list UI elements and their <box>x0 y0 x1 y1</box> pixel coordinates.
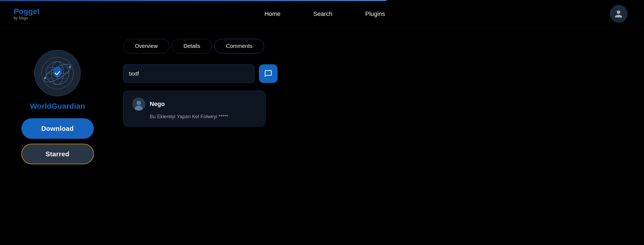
nav-search[interactable]: Search <box>313 10 333 18</box>
svg-point-8 <box>44 77 46 79</box>
commenter-name: Nego <box>150 100 165 108</box>
avatar-icon <box>132 97 145 111</box>
starred-button[interactable]: Starred <box>21 144 94 164</box>
chat-icon <box>264 70 272 78</box>
right-content: Overview Details Comments <box>101 39 644 164</box>
tabs-area: Overview Details Comments <box>123 39 628 53</box>
download-button[interactable]: Download <box>21 118 94 139</box>
tab-overview[interactable]: Overview <box>123 39 169 53</box>
comment-input-area <box>123 64 628 83</box>
logo-area: Pogget by Nego <box>14 7 40 20</box>
comment-header: Nego <box>132 97 256 111</box>
user-avatar-button[interactable] <box>610 5 628 23</box>
tab-details[interactable]: Details <box>172 39 212 53</box>
left-sidebar: WorldGuardian Download Starred <box>14 39 101 164</box>
svg-point-7 <box>69 66 71 68</box>
comment-send-button[interactable] <box>259 64 278 83</box>
comment-card: Nego Bu Eklentiyi Yapan Kel Folweyi ****… <box>123 91 265 126</box>
header: Pogget by Nego Home Search Plugins <box>0 0 644 28</box>
comment-input[interactable] <box>123 64 255 83</box>
svg-point-10 <box>137 101 141 105</box>
plugin-icon-circle <box>34 50 81 96</box>
progress-bar <box>0 0 386 1</box>
app-title: Pogget <box>14 7 40 16</box>
nav-links: Home Search Plugins <box>264 10 385 18</box>
app-subtitle: by Nego <box>14 16 40 20</box>
plugin-name: WorldGuardian <box>30 102 85 111</box>
comment-text: Bu Eklentiyi Yapan Kel Folweyi ***** <box>132 114 256 120</box>
main-content: WorldGuardian Download Starred Overview … <box>0 28 644 164</box>
user-icon <box>614 10 623 18</box>
commenter-avatar <box>132 97 145 111</box>
worldguardian-icon <box>41 57 74 90</box>
nav-plugins[interactable]: Plugins <box>365 10 385 18</box>
nav-home[interactable]: Home <box>264 10 281 18</box>
tab-comments[interactable]: Comments <box>214 39 264 53</box>
